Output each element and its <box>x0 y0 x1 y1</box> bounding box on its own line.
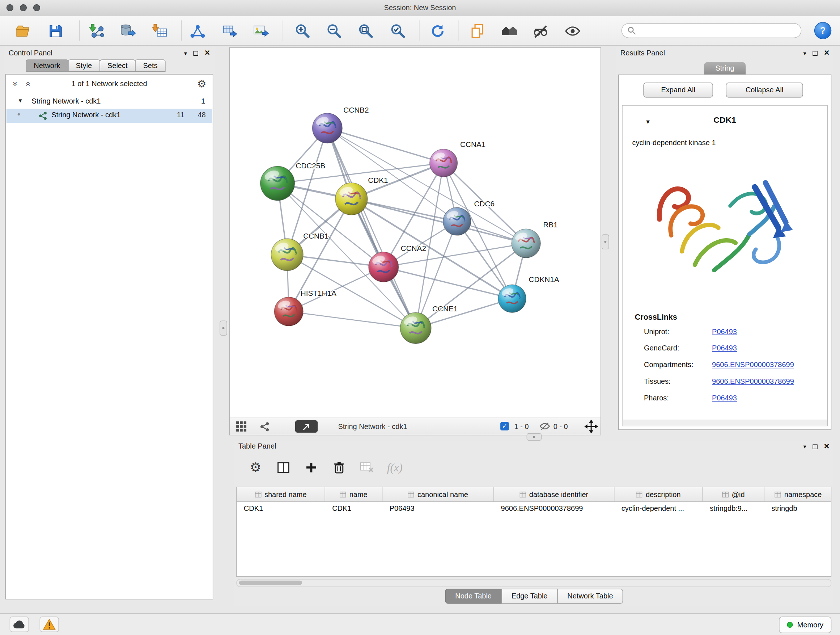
column-header-namespace[interactable]: namespace <box>764 487 832 501</box>
tab-sets[interactable]: Sets <box>135 59 165 72</box>
results-panel-title: Results Panel <box>621 49 665 57</box>
network-options-gear-icon[interactable]: ⚙ <box>197 78 206 90</box>
tab-network[interactable]: Network <box>26 59 68 72</box>
new-network-button[interactable] <box>187 21 208 41</box>
delete-table-button-disabled[interactable] <box>357 458 377 477</box>
minimize-panel-icon[interactable]: ▾ <box>804 50 806 57</box>
minimize-panel-icon[interactable]: ▾ <box>184 50 187 57</box>
function-builder-button-disabled[interactable]: f(x) <box>385 458 404 477</box>
refresh-layout-button[interactable] <box>428 21 448 41</box>
show-details-button[interactable] <box>562 21 583 41</box>
cell-name[interactable]: CDK1 <box>325 502 382 515</box>
column-header-canonical-name[interactable]: canonical name <box>382 487 494 501</box>
external-link-button[interactable] <box>295 420 317 432</box>
cell-description[interactable]: cyclin-dependent ... <box>615 502 703 515</box>
pan-move-icon[interactable] <box>584 420 598 435</box>
disclosure-triangle-icon[interactable]: ▼ <box>18 98 23 103</box>
column-header-shared-name[interactable]: shared name <box>237 487 325 501</box>
cell-id[interactable]: stringdb:9... <box>703 502 764 515</box>
hidden-eye-icon[interactable] <box>539 422 550 432</box>
crosslink-link[interactable]: P06493 <box>712 328 737 336</box>
export-image-button[interactable] <box>251 21 271 41</box>
scrollbar-thumb[interactable] <box>239 581 302 585</box>
create-view-button[interactable] <box>219 21 240 41</box>
copy-document-button[interactable] <box>467 21 487 41</box>
import-table-file-button[interactable] <box>150 21 171 41</box>
zoom-out-button[interactable] <box>324 21 344 41</box>
network-node-CCNA2[interactable] <box>369 252 399 282</box>
tab-style[interactable]: Style <box>68 59 100 72</box>
search-input[interactable] <box>640 24 796 37</box>
network-edge[interactable] <box>327 128 416 328</box>
bottom-splitter-handle[interactable] <box>527 433 542 441</box>
tab-edge-table[interactable]: Edge Table <box>501 589 558 603</box>
float-panel-icon[interactable] <box>813 51 818 55</box>
show-columns-button[interactable] <box>274 458 293 477</box>
cell-database-identifier[interactable]: 9606.ENSP00000378699 <box>494 502 614 515</box>
close-panel-icon[interactable]: × <box>824 49 829 57</box>
close-panel-icon[interactable]: × <box>824 442 829 451</box>
tab-string[interactable]: String <box>704 62 746 74</box>
network-node-CCNA1[interactable] <box>430 149 458 177</box>
column-header-id[interactable]: @id <box>703 487 764 501</box>
network-node-CDC6[interactable] <box>443 207 471 235</box>
network-node-CCNB2[interactable] <box>312 113 342 143</box>
home-button[interactable] <box>499 21 519 41</box>
collapse-all-button[interactable]: Collapse All <box>726 82 803 97</box>
network-edge[interactable] <box>327 128 444 163</box>
network-node-CDKN1A[interactable] <box>498 285 526 312</box>
selected-checkbox-icon[interactable]: ✓ <box>500 422 509 431</box>
add-column-button[interactable] <box>302 458 321 477</box>
column-header-database-identifier[interactable]: database identifier <box>494 487 614 501</box>
import-network-file-button[interactable] <box>87 21 107 41</box>
network-node-CCNE1[interactable] <box>400 312 431 344</box>
tab-node-table[interactable]: Node Table <box>445 589 502 603</box>
delete-column-button[interactable] <box>330 458 349 477</box>
network-node-CDK1[interactable] <box>335 183 368 215</box>
network-node-CDC25B[interactable] <box>261 166 295 201</box>
zoom-in-button[interactable] <box>293 21 313 41</box>
network-row-selected[interactable]: ● String Network - cdk1 11 48 <box>6 109 212 123</box>
float-panel-icon[interactable] <box>194 51 198 55</box>
network-canvas[interactable]: CCNB2CCNA1CDC25BCDK1CDC6RB1CCNB1CCNA2CDK… <box>230 48 600 418</box>
help-button[interactable]: ? <box>814 22 831 39</box>
crosslink-link[interactable]: 9606.ENSP00000378699 <box>712 378 794 386</box>
memory-button[interactable]: Memory <box>779 616 832 633</box>
network-edge[interactable] <box>351 199 526 243</box>
hide-details-button[interactable] <box>531 21 551 41</box>
open-session-button[interactable] <box>13 21 34 41</box>
network-node-RB1[interactable] <box>512 229 540 258</box>
cell-namespace[interactable]: stringdb <box>764 502 832 515</box>
zoom-fit-button[interactable] <box>355 21 376 41</box>
import-network-database-button[interactable] <box>118 21 138 41</box>
table-options-button[interactable]: ⚙ <box>246 458 265 477</box>
crosslink-link[interactable]: P06493 <box>712 344 737 352</box>
column-header-name[interactable]: name <box>325 487 382 501</box>
share-network-icon[interactable] <box>260 418 270 435</box>
warning-button[interactable] <box>40 616 59 632</box>
crosslink-link[interactable]: P06493 <box>712 394 737 402</box>
minimize-panel-icon[interactable]: ▾ <box>804 443 806 450</box>
expand-all-button[interactable]: Expand All <box>644 82 714 97</box>
table-row[interactable]: CDK1 CDK1 P06493 9606.ENSP00000378699 cy… <box>237 502 831 515</box>
tab-select[interactable]: Select <box>99 59 136 72</box>
left-splitter-handle[interactable] <box>219 321 227 336</box>
cell-shared-name[interactable]: CDK1 <box>237 502 325 515</box>
float-panel-icon[interactable] <box>813 444 818 449</box>
overview-grid-icon[interactable] <box>236 418 246 435</box>
cloud-button[interactable] <box>10 616 29 632</box>
zoom-selected-button[interactable] <box>388 21 408 41</box>
network-edge[interactable] <box>289 311 416 328</box>
close-panel-icon[interactable]: × <box>205 49 210 57</box>
right-splitter-handle[interactable] <box>602 234 609 249</box>
crosslink-link[interactable]: 9606.ENSP00000378699 <box>712 361 794 369</box>
network-node-CCNB1[interactable] <box>271 239 303 271</box>
tab-network-table[interactable]: Network Table <box>557 589 623 603</box>
cell-canonical-name[interactable]: P06493 <box>382 502 494 515</box>
results-horizontal-scrollbar[interactable] <box>622 420 827 426</box>
table-horizontal-scrollbar[interactable] <box>236 579 831 587</box>
column-header-description[interactable]: description <box>615 487 703 501</box>
network-collection-row[interactable]: ▼ String Network - cdk1 1 <box>6 95 213 109</box>
network-node-HIST1H1A[interactable] <box>274 297 303 326</box>
save-session-button[interactable] <box>46 21 66 41</box>
